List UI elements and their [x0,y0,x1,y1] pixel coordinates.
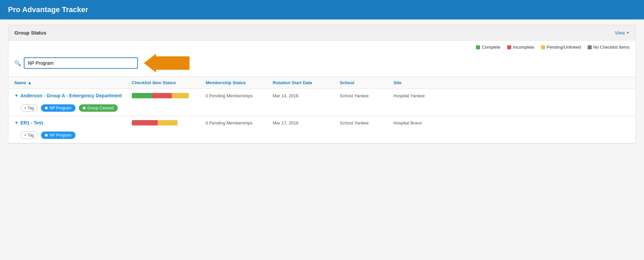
col-site: Site [393,80,447,85]
tag-np-program-2[interactable]: NP Program [41,132,75,139]
table-row: ▼ Anderson - Group A - Emergency Departm… [8,89,636,102]
expand-icon[interactable]: ▼ [14,93,18,98]
app-title: Pro Advantage Tracker [8,5,636,14]
tag-dot [83,107,86,109]
legend-incomplete: Incomplete [507,45,534,50]
table-row-group-1: ▼ Anderson - Group A - Emergency Departm… [8,89,636,116]
row-1-tags: + Tag NP Program Group Cleared [8,102,636,116]
table-row-group-2: ▼ ER1 - Test 0 Pending Memberships Mar 1… [8,116,636,143]
bar-yellow [158,120,178,125]
search-input[interactable] [24,57,138,69]
search-icon: 🔍 [14,60,21,66]
tag-dot [45,107,48,109]
col-name: Name ▲ [14,80,132,85]
row-2-rotation-date: Mar 17, 2018 [273,120,340,125]
panel-title: Group Status [14,30,46,36]
panel-header: Group Status View ▼ [8,25,636,41]
add-tag-button-1[interactable]: + Tag [20,104,38,112]
incomplete-dot [507,45,511,49]
col-rotation: Rotation Start Date [273,80,340,85]
row-1-rotation-date: Mar 14, 2018 [273,93,340,98]
table-header: Name ▲ Checklist Item Status Membership … [8,76,636,89]
tag-dot [45,134,48,137]
tag-group-cleared[interactable]: Group Cleared [79,104,118,112]
tag-np-program-1[interactable]: NP Program [41,104,75,112]
orange-arrow [144,54,190,72]
expand-icon[interactable]: ▼ [14,120,18,125]
add-tag-button-2[interactable]: + Tag [20,132,38,139]
no-checklist-dot [588,45,592,49]
complete-dot [476,45,480,49]
row-2-membership: 0 Pending Memberships [206,120,273,125]
row-2-name[interactable]: ▼ ER1 - Test [14,120,132,125]
main-content: Group Status View ▼ Complete Incomplete … [0,19,644,149]
col-membership: Membership Status [206,80,273,85]
table-row: ▼ ER1 - Test 0 Pending Memberships Mar 1… [8,116,636,129]
row-2-tags: + Tag NP Program [8,129,636,143]
row-2-site: Hospital Bravo [393,120,447,125]
legend-complete-label: Complete [482,45,500,50]
search-row: 🔍 [8,51,636,76]
bar-red [152,93,172,98]
app-header: Pro Advantage Tracker [0,0,644,19]
row-1-school: School Yankee [340,93,393,98]
legend-pending-label: Pending/Unlinked [547,45,581,50]
legend-pending: Pending/Unlinked [541,45,581,50]
legend-no-checklist-label: No Checklist Items [593,45,630,50]
row-1-membership: 0 Pending Memberships [206,93,273,98]
arrow-body [156,56,190,70]
row-2-school: School Yankee [340,120,393,125]
legend-no-checklist: No Checklist Items [588,45,630,50]
bar-yellow [172,93,189,98]
arrow-head-icon [144,54,156,72]
bar-red [132,120,158,125]
view-button[interactable]: View ▼ [615,30,630,36]
row-2-status-bar [132,120,206,125]
bar-green [132,93,152,98]
col-checklist: Checklist Item Status [132,80,206,85]
pending-dot [541,45,545,49]
chevron-down-icon: ▼ [626,31,630,35]
group-status-panel: Group Status View ▼ Complete Incomplete … [8,25,636,144]
col-school: School [340,80,393,85]
row-1-status-bar [132,93,206,98]
row-1-site: Hospital Yankee [393,93,447,98]
legend-complete: Complete [476,45,500,50]
row-1-name[interactable]: ▼ Anderson - Group A - Emergency Departm… [14,93,132,98]
legend-incomplete-label: Incomplete [513,45,534,50]
legend-row: Complete Incomplete Pending/Unlinked No … [8,41,636,51]
